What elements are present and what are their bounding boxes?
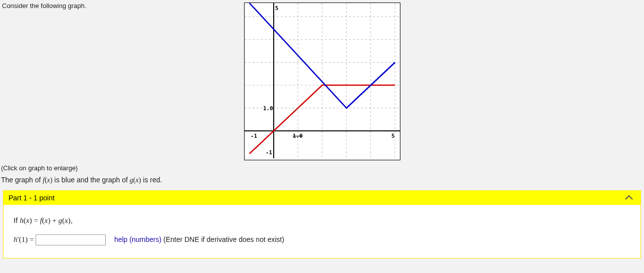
answer-row: h′(1) = help (numbers) (Enter DNE if der… <box>14 231 632 248</box>
chevron-up-icon <box>624 193 633 202</box>
svg-text:-1: -1 <box>251 133 258 139</box>
click-to-enlarge-text: (Click on graph to enlarge) <box>0 163 644 175</box>
svg-text:1.0: 1.0 <box>293 133 303 139</box>
part-body: If h(x) = f(x) + g(x), h′(1) = help (num… <box>4 205 640 258</box>
graph-description: The graph of f(x) is blue and the graph … <box>0 175 644 190</box>
svg-text:5: 5 <box>275 5 279 12</box>
part-panel: Part 1 - 1 point If h(x) = f(x) + g(x), … <box>3 190 641 258</box>
definition-row: If h(x) = f(x) + g(x), <box>14 212 632 229</box>
svg-text:1.0: 1.0 <box>263 105 273 112</box>
svg-text:-1: -1 <box>266 149 273 156</box>
part-title: Part 1 - 1 point <box>9 194 55 202</box>
answer-input[interactable] <box>36 234 106 245</box>
math-g-of-x: g <box>130 176 133 184</box>
hint-text: (Enter DNE if derivative does not exist) <box>161 235 284 243</box>
part-header[interactable]: Part 1 - 1 point <box>4 191 640 205</box>
graph-image[interactable]: 5 1.0 1.0 -1 5 -1 <box>244 3 400 160</box>
svg-text:5: 5 <box>391 133 395 139</box>
help-numbers-link[interactable]: help (numbers) <box>114 235 161 243</box>
